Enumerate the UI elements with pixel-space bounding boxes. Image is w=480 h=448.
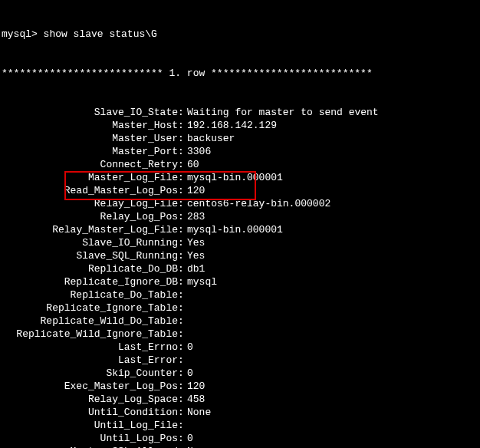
field-value: 192.168.142.129 [187, 119, 480, 132]
field-value: No [187, 445, 480, 448]
status-row: Last_Error: [0, 354, 480, 367]
status-row: Slave_IO_State: Waiting for master to se… [0, 106, 480, 119]
field-separator: : [178, 171, 187, 184]
field-separator: : [178, 367, 187, 380]
field-label: Until_Log_Pos [0, 432, 178, 445]
field-value: mysql-bin.000001 [187, 223, 480, 236]
field-value: Waiting for master to send event [187, 106, 480, 119]
field-separator: : [178, 445, 187, 448]
field-value [187, 354, 480, 367]
status-row: Connect_Retry: 60 [0, 158, 480, 171]
field-separator: : [178, 432, 187, 445]
field-separator: : [178, 249, 187, 262]
field-label: Relay_Log_Space [0, 393, 178, 406]
field-separator: : [178, 184, 187, 197]
field-value: 60 [187, 158, 480, 171]
field-separator: : [178, 406, 187, 419]
field-label: Master_User [0, 132, 178, 145]
status-row: Last_Errno: 0 [0, 341, 480, 354]
status-fields: Slave_IO_State: Waiting for master to se… [0, 106, 480, 448]
status-row: Master_User: backuser [0, 132, 480, 145]
field-label: Master_Host [0, 119, 178, 132]
status-row: Replicate_Ignore_Table: [0, 301, 480, 315]
status-row: Relay_Master_Log_File: mysql-bin.000001 [0, 223, 480, 236]
field-separator: : [178, 288, 187, 301]
status-row: Skip_Counter: 0 [0, 367, 480, 380]
field-label: Until_Log_File [0, 419, 178, 432]
field-separator: : [178, 262, 187, 275]
field-value: db1 [187, 262, 480, 275]
field-separator: : [178, 275, 187, 288]
field-value: 0 [187, 367, 480, 380]
field-value: mysql-bin.000001 [187, 171, 480, 184]
field-separator: : [178, 106, 187, 119]
field-label: Master_Port [0, 145, 178, 158]
field-value: 120 [187, 184, 480, 197]
field-separator: : [178, 393, 187, 406]
status-row: Exec_Master_Log_Pos: 120 [0, 380, 480, 393]
status-row: Replicate_Do_DB: db1 [0, 262, 480, 275]
field-value: None [187, 406, 480, 419]
status-row: Master_Host: 192.168.142.129 [0, 119, 480, 132]
field-label: Replicate_Wild_Ignore_Table [0, 328, 178, 341]
field-separator: : [178, 341, 187, 354]
field-separator: : [178, 236, 187, 249]
status-row: Relay_Log_Space: 458 [0, 393, 480, 406]
field-value: 0 [187, 341, 480, 354]
field-separator: : [178, 119, 187, 132]
field-label: Slave_SQL_Running [0, 249, 178, 262]
field-label: Last_Error [0, 354, 178, 367]
field-label: Skip_Counter [0, 367, 178, 380]
field-value: Yes [187, 249, 480, 262]
field-label: Last_Errno [0, 341, 178, 354]
field-label: Relay_Master_Log_File [0, 223, 178, 236]
field-value: 458 [187, 393, 480, 406]
status-row: Relay_Log_Pos: 283 [0, 210, 480, 223]
field-value: 3306 [187, 145, 480, 158]
field-separator: : [178, 315, 187, 328]
field-label: Master_SSL_Allowed [0, 445, 178, 448]
status-row: Until_Log_Pos: 0 [0, 432, 480, 445]
row-header: *************************** 1. row *****… [0, 67, 480, 80]
field-label: Relay_Log_Pos [0, 210, 178, 223]
field-label: Slave_IO_State [0, 106, 178, 119]
field-label: Slave_IO_Running [0, 236, 178, 249]
field-separator: : [178, 210, 187, 223]
field-separator: : [178, 145, 187, 158]
mysql-prompt-line: mysql> show slave status\G [0, 28, 480, 41]
status-row: Read_Master_Log_Pos: 120 [0, 184, 480, 197]
field-separator: : [178, 380, 187, 393]
field-label: Read_Master_Log_Pos [0, 184, 178, 197]
status-row: Replicate_Wild_Do_Table: [0, 315, 480, 328]
status-row: Relay_Log_File: centos6-relay-bin.000002 [0, 197, 480, 210]
field-separator: : [178, 223, 187, 236]
field-value: mysql [187, 275, 480, 288]
field-label: Relay_Log_File [0, 197, 178, 210]
field-value [187, 419, 480, 432]
field-separator: : [178, 328, 187, 341]
status-row: Until_Log_File: [0, 419, 480, 432]
status-row: Slave_SQL_Running: Yes [0, 249, 480, 262]
status-row: Master_Port: 3306 [0, 145, 480, 158]
status-row: Slave_IO_Running: Yes [0, 236, 480, 249]
field-label: Until_Condition [0, 406, 178, 419]
field-label: Connect_Retry [0, 158, 178, 171]
field-value [187, 315, 480, 328]
field-label: Replicate_Wild_Do_Table [0, 315, 178, 328]
status-row: Replicate_Do_Table: [0, 288, 480, 301]
field-value [187, 288, 480, 301]
field-label: Replicate_Do_DB [0, 262, 178, 275]
field-label: Replicate_Do_Table [0, 288, 178, 301]
status-row: Master_SSL_Allowed: No [0, 445, 480, 448]
field-value: 120 [187, 380, 480, 393]
status-row: Replicate_Wild_Ignore_Table: [0, 328, 480, 341]
field-separator: : [178, 132, 187, 145]
status-row: Until_Condition: None [0, 406, 480, 419]
field-separator: : [178, 301, 187, 315]
field-value [187, 301, 480, 315]
terminal-output: mysql> show slave status\G *************… [0, 0, 480, 448]
field-separator: : [178, 197, 187, 210]
field-separator: : [178, 158, 187, 171]
field-label: Master_Log_File [0, 171, 178, 184]
field-label: Exec_Master_Log_Pos [0, 380, 178, 393]
